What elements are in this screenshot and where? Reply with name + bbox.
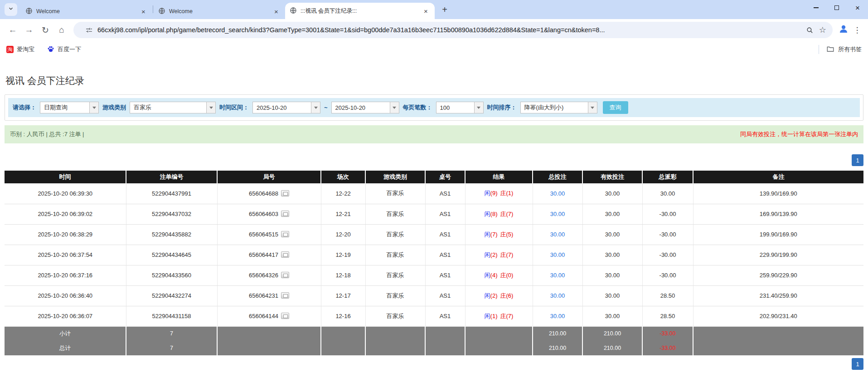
cell-round: 656064688 bbox=[217, 183, 321, 204]
page-1-button[interactable]: 1 bbox=[852, 154, 863, 166]
page-1-button[interactable]: 1 bbox=[852, 358, 863, 370]
page-content: 视讯 会员下注纪录 请选择： 日期查询 游戏类别 百家乐 时间区间： 2025-… bbox=[0, 74, 868, 370]
round-detail-icon[interactable] bbox=[281, 313, 289, 319]
url-text[interactable]: 66cxkj98.com/ipl/portal.php/game/betreco… bbox=[97, 26, 800, 34]
cell-valid-bet: 30.00 bbox=[582, 306, 642, 326]
cell-remark: 169.90/139.90 bbox=[693, 204, 863, 224]
game-type-label: 游戏类别 bbox=[102, 103, 126, 112]
close-icon: × bbox=[855, 4, 860, 12]
total-bet-link[interactable]: 30.00 bbox=[550, 292, 565, 299]
site-settings-icon[interactable] bbox=[85, 26, 93, 34]
cell-session: 12-18 bbox=[321, 265, 365, 285]
cell-payout: 30.00 bbox=[642, 183, 693, 204]
cell-round: 656064326 bbox=[217, 265, 321, 285]
cell-valid-bet: 30.00 bbox=[582, 265, 642, 285]
cell-total-bet: 30.00 bbox=[533, 245, 582, 265]
chevron-down-icon[interactable] bbox=[474, 102, 483, 113]
close-icon[interactable]: × bbox=[139, 7, 148, 16]
cell-table-no: AS1 bbox=[425, 285, 465, 306]
chevron-down-icon[interactable] bbox=[390, 102, 399, 113]
header-result: 结果 bbox=[465, 171, 533, 183]
round-detail-icon[interactable] bbox=[281, 251, 289, 258]
bookmark-star-icon[interactable]: ☆ bbox=[819, 25, 826, 35]
search-button[interactable]: 查询 bbox=[603, 101, 628, 114]
browser-toolbar: ← → ↻ ⌂ 66cxkj98.com/ipl/portal.php/game… bbox=[0, 19, 868, 41]
chevron-down-icon[interactable] bbox=[588, 102, 597, 113]
cell-total-bet: 30.00 bbox=[533, 224, 582, 245]
currency-total-text: 币别 : 人民币 | 总共 :7 注单 | bbox=[10, 130, 84, 138]
round-detail-icon[interactable] bbox=[281, 190, 289, 196]
table-body: 2025-10-20 06:39:30 522904437991 6560646… bbox=[5, 183, 863, 326]
chevron-down-icon[interactable] bbox=[89, 102, 98, 113]
close-icon[interactable]: × bbox=[272, 7, 281, 16]
total-bet-link[interactable]: 30.00 bbox=[550, 211, 565, 217]
cell-total-bet: 30.00 bbox=[533, 265, 582, 285]
address-bar[interactable]: 66cxkj98.com/ipl/portal.php/game/betreco… bbox=[73, 22, 833, 38]
cell-total-bet: 30.00 bbox=[533, 285, 582, 306]
date-range-label: 时间区间： bbox=[219, 103, 249, 112]
forward-button[interactable]: → bbox=[21, 22, 37, 38]
table-row: 2025-10-20 06:36:40 522904432274 6560642… bbox=[5, 285, 863, 306]
cell-time: 2025-10-20 06:37:16 bbox=[5, 265, 126, 285]
round-detail-icon[interactable] bbox=[281, 272, 289, 278]
chevron-down-icon[interactable] bbox=[206, 102, 215, 113]
bookmark-taobao[interactable]: 淘 爱淘宝 bbox=[6, 45, 34, 54]
date-to-select[interactable]: 2025-10-20 bbox=[331, 102, 399, 113]
tab-title: Welcome bbox=[169, 8, 272, 15]
total-bet-link[interactable]: 30.00 bbox=[550, 231, 565, 238]
round-detail-icon[interactable] bbox=[281, 292, 289, 299]
page-size-select[interactable]: 100 bbox=[436, 102, 484, 113]
subtotal-count: 7 bbox=[126, 326, 217, 341]
cell-table-no: AS1 bbox=[425, 306, 465, 326]
header-bet-id: 注单编号 bbox=[126, 171, 217, 183]
cell-session: 12-16 bbox=[321, 306, 365, 326]
all-bookmarks-button[interactable]: 所有书签 bbox=[826, 45, 862, 54]
tab-divider bbox=[153, 5, 153, 13]
window-minimize-button[interactable] bbox=[805, 0, 826, 15]
zoom-icon[interactable] bbox=[806, 26, 814, 34]
cell-payout: -30.00 bbox=[642, 204, 693, 224]
header-total-bet: 总投注 bbox=[533, 171, 582, 183]
tab-betrecord-active[interactable]: :::视讯 会员下注纪录::: × bbox=[285, 3, 435, 19]
close-icon[interactable]: × bbox=[422, 7, 430, 15]
back-button[interactable]: ← bbox=[5, 22, 21, 38]
date-from-select[interactable]: 2025-10-20 bbox=[252, 102, 320, 113]
cell-valid-bet: 30.00 bbox=[582, 224, 642, 245]
cell-result: 闲(1)庄(7) bbox=[465, 306, 533, 326]
sort-order-select[interactable]: 降幂(由大到小) bbox=[520, 102, 597, 113]
bookmark-baidu[interactable]: 百度一下 bbox=[47, 45, 81, 54]
query-type-select[interactable]: 日期查询 bbox=[40, 102, 99, 113]
person-icon bbox=[838, 24, 849, 36]
round-detail-icon[interactable] bbox=[281, 211, 289, 217]
cell-result: 闲(4)庄(0) bbox=[465, 265, 533, 285]
three-dot-icon: ⋮ bbox=[853, 25, 861, 35]
tab-search-button[interactable] bbox=[5, 3, 17, 16]
game-type-select[interactable]: 百家乐 bbox=[130, 102, 216, 113]
total-bet-link[interactable]: 30.00 bbox=[550, 272, 565, 279]
window-close-button[interactable]: × bbox=[847, 0, 868, 15]
all-bookmarks-label: 所有书签 bbox=[838, 45, 862, 54]
profile-avatar[interactable] bbox=[836, 23, 851, 37]
browser-menu-button[interactable]: ⋮ bbox=[851, 23, 863, 37]
valid-bet-notice: 同局有效投注，统一计算在该局第一张注单内 bbox=[740, 130, 858, 138]
home-button[interactable]: ⌂ bbox=[53, 22, 70, 38]
round-detail-icon[interactable] bbox=[281, 231, 289, 237]
cell-session: 12-21 bbox=[321, 204, 365, 224]
header-session: 场次 bbox=[321, 171, 365, 183]
tab-welcome-1[interactable]: Welcome × bbox=[21, 4, 152, 19]
cell-total-bet: 30.00 bbox=[533, 204, 582, 224]
chevron-down-icon[interactable] bbox=[311, 102, 320, 113]
window-maximize-button[interactable] bbox=[826, 0, 847, 15]
pagination-bottom: 1 bbox=[5, 358, 863, 370]
tab-welcome-2[interactable]: Welcome × bbox=[154, 4, 285, 19]
total-bet-link[interactable]: 30.00 bbox=[550, 313, 565, 319]
new-tab-button[interactable]: + bbox=[438, 3, 451, 16]
reload-button[interactable]: ↻ bbox=[37, 22, 53, 38]
total-bet-link[interactable]: 30.00 bbox=[550, 251, 565, 258]
sort-order-label: 时间排序： bbox=[487, 103, 517, 112]
tab-title: Welcome bbox=[36, 8, 139, 15]
cell-game-type: 百家乐 bbox=[365, 183, 425, 204]
cell-round: 656064603 bbox=[217, 204, 321, 224]
total-bet-link[interactable]: 30.00 bbox=[550, 190, 565, 197]
cell-session: 12-17 bbox=[321, 285, 365, 306]
